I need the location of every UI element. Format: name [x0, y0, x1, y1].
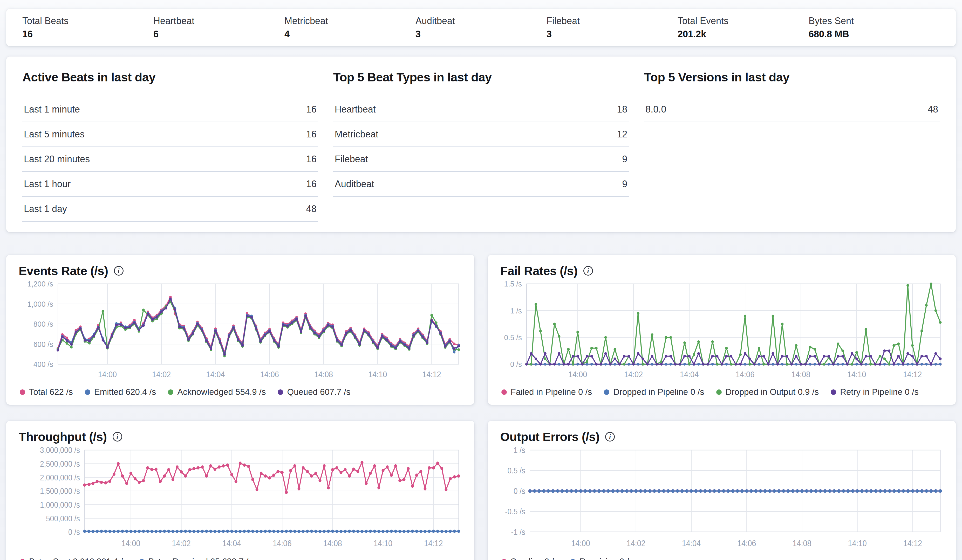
legend-dot: [168, 389, 173, 395]
legend-label: Queued 607.7 /s: [287, 387, 350, 397]
svg-text:1 /s: 1 /s: [510, 306, 521, 315]
legend-dot: [85, 389, 90, 395]
chart-title-row: Events Rate (/s)i: [18, 264, 463, 278]
svg-text:14:06: 14:06: [737, 539, 756, 548]
legend-item-sending[interactable]: Sending 0 /s: [501, 557, 558, 560]
svg-text:14:08: 14:08: [791, 370, 810, 379]
table-row: Last 1 day48: [22, 197, 318, 222]
legend-item-receiving[interactable]: Receiving 0 /s: [570, 557, 633, 560]
table-row: Auditbeat9: [333, 172, 629, 197]
chart-title: Events Rate (/s): [19, 264, 108, 278]
svg-text:14:04: 14:04: [223, 539, 241, 548]
row-label: Last 1 hour: [24, 179, 71, 190]
legend: Sending 0 /sReceiving 0 /s: [499, 555, 944, 560]
chart-plot-throughput[interactable]: 3,000,000 /s2,500,000 /s2,000,000 /s1,50…: [18, 446, 463, 555]
stat-label: Total Events: [678, 15, 809, 26]
svg-text:14:00: 14:00: [121, 539, 140, 548]
table-row: Last 5 minutes16: [22, 122, 318, 147]
row-label: 8.0.0: [646, 104, 666, 115]
svg-text:400 /s: 400 /s: [34, 360, 53, 369]
svg-text:14:06: 14:06: [260, 370, 279, 379]
info-icon[interactable]: i: [605, 432, 615, 441]
stat-value: 3: [415, 29, 547, 40]
svg-text:14:04: 14:04: [682, 539, 701, 548]
svg-text:14:02: 14:02: [152, 370, 171, 379]
info-icon[interactable]: i: [114, 266, 124, 275]
legend-item-total[interactable]: Total 622 /s: [20, 387, 73, 397]
svg-text:14:12: 14:12: [903, 539, 922, 548]
row-value: 48: [928, 104, 938, 115]
legend-dot: [278, 389, 283, 395]
table-row: Last 1 hour16: [22, 172, 318, 197]
legend-item-bytes-sent[interactable]: Bytes Sent 2,010,981.4 /s: [20, 557, 127, 560]
legend-dot: [20, 389, 25, 395]
svg-text:14:10: 14:10: [848, 539, 867, 548]
legend-label: Bytes Sent 2,010,981.4 /s: [29, 557, 127, 560]
svg-text:14:02: 14:02: [624, 370, 643, 379]
svg-text:1.5 /s: 1.5 /s: [504, 280, 521, 288]
chart-plot-output-errors[interactable]: 1 /s0.5 /s0 /s-0.5 /s-1 /s14:0014:0214:0…: [499, 446, 944, 555]
table-row: Last 1 minute16: [22, 97, 318, 122]
legend-label: Emitted 620.4 /s: [94, 387, 156, 397]
legend-item-bytes-received[interactable]: Bytes Received 25,633.7 /s: [139, 557, 253, 560]
svg-text:14:00: 14:00: [568, 370, 587, 379]
svg-text:14:00: 14:00: [571, 539, 590, 548]
info-icon[interactable]: i: [583, 266, 593, 275]
legend-label: Dropped in Output 0.9 /s: [726, 387, 819, 397]
stats-panel: Total Beats16Heartbeat6Metricbeat4Auditb…: [6, 9, 956, 46]
stat-label: Total Beats: [22, 15, 153, 26]
svg-text:14:00: 14:00: [98, 370, 117, 379]
legend-item-dropped-in-output[interactable]: Dropped in Output 0.9 /s: [716, 387, 819, 397]
table-row: Metricbeat12: [333, 122, 629, 147]
row-label: Last 20 minutes: [24, 154, 90, 165]
svg-text:3,000,000 /s: 3,000,000 /s: [40, 446, 80, 455]
svg-text:500,000 /s: 500,000 /s: [46, 514, 80, 523]
svg-text:14:06: 14:06: [736, 370, 754, 379]
stat-total-beats: Total Beats16: [22, 15, 153, 39]
legend-item-retry-in-pipeline[interactable]: Retry in Pipeline 0 /s: [831, 387, 918, 397]
info-icon[interactable]: i: [113, 432, 122, 441]
stat-value: 4: [284, 29, 415, 40]
chart-card-fail-rates: Fail Rates (/s)i1.5 /s1 /s0.5 /s0 /s14:0…: [488, 255, 956, 405]
svg-text:14:12: 14:12: [422, 370, 441, 379]
stat-value: 16: [22, 29, 153, 40]
row-label: Auditbeat: [335, 179, 374, 190]
legend-label: Bytes Received 25,633.7 /s: [148, 557, 253, 560]
svg-text:14:12: 14:12: [424, 539, 443, 548]
chart-title-row: Output Errors (/s)i: [499, 430, 944, 444]
svg-text:2,500,000 /s: 2,500,000 /s: [40, 459, 80, 468]
legend-label: Failed in Pipeline 0 /s: [511, 387, 592, 397]
beats-monitoring-dashboard: Total Beats16Heartbeat6Metricbeat4Auditb…: [0, 0, 962, 560]
table-row: 8.0.048: [644, 97, 940, 122]
svg-text:14:04: 14:04: [680, 370, 699, 379]
svg-text:1 /s: 1 /s: [513, 446, 525, 455]
row-value: 16: [306, 104, 316, 115]
svg-text:14:02: 14:02: [626, 539, 646, 548]
legend: Total 622 /sEmitted 620.4 /sAcknowledged…: [18, 386, 463, 398]
stat-auditbeat: Auditbeat3: [415, 15, 547, 39]
svg-text:14:10: 14:10: [368, 370, 387, 379]
chart-plot-fail-rates[interactable]: 1.5 /s1 /s0.5 /s0 /s14:0014:0214:0414:06…: [499, 280, 944, 386]
chart-plot-events-rate[interactable]: 1,200 /s1,000 /s800 /s600 /s400 /s14:001…: [18, 280, 463, 386]
row-value: 48: [306, 204, 316, 214]
svg-text:14:04: 14:04: [206, 370, 225, 379]
legend-item-failed-in-pipeline[interactable]: Failed in Pipeline 0 /s: [501, 387, 592, 397]
chart-title-row: Fail Rates (/s)i: [499, 264, 944, 278]
legend-item-dropped-in-pipeline[interactable]: Dropped in Pipeline 0 /s: [604, 387, 704, 397]
svg-text:14:06: 14:06: [273, 539, 292, 548]
legend-item-queued[interactable]: Queued 607.7 /s: [278, 387, 350, 397]
legend-dot: [501, 389, 507, 395]
summary-table-active-beats-in-last-day: Active Beats in last dayLast 1 minute16L…: [22, 70, 318, 222]
svg-text:14:08: 14:08: [314, 370, 333, 379]
legend-dot: [501, 559, 507, 560]
stat-label: Auditbeat: [415, 15, 547, 26]
stat-bytes-sent: Bytes Sent680.8 MB: [809, 15, 940, 39]
stat-total-events: Total Events201.2k: [678, 15, 809, 39]
svg-text:800 /s: 800 /s: [34, 320, 53, 328]
summary-table-title: Active Beats in last day: [22, 70, 318, 84]
legend-item-emitted[interactable]: Emitted 620.4 /s: [85, 387, 156, 397]
legend-item-acknowledged[interactable]: Acknowledged 554.9 /s: [168, 387, 266, 397]
stat-label: Metricbeat: [284, 15, 415, 26]
legend-label: Acknowledged 554.9 /s: [177, 387, 266, 397]
table-row: Heartbeat18: [333, 97, 629, 122]
